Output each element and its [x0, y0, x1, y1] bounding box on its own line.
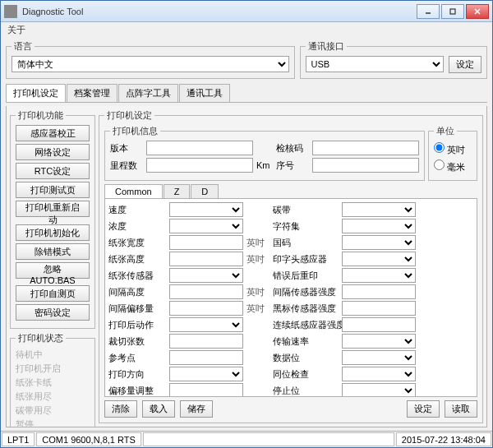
btn-sensor-cal[interactable]: 感应器校正 [16, 125, 90, 141]
input-version[interactable] [146, 141, 253, 155]
status-jam: 纸张卡纸 [16, 376, 90, 390]
sel-density[interactable] [169, 219, 243, 233]
svg-rect-1 [450, 9, 455, 14]
btn-init[interactable]: 打印机初始化 [16, 224, 90, 241]
comm-set-button[interactable]: 设定 [449, 56, 481, 73]
btn-password[interactable]: 密码设定 [16, 304, 90, 321]
btn-ignore-autobas[interactable]: 忽略 AUTO.BAS [16, 262, 90, 279]
sel-databits[interactable] [342, 350, 416, 365]
btn-set[interactable]: 设定 [407, 400, 440, 418]
unit-group: 单位 英吋 毫米 [428, 125, 477, 181]
subtab-z[interactable]: Z [164, 184, 191, 198]
lbl-speed: 速度 [108, 204, 166, 216]
input-serial[interactable] [312, 158, 419, 173]
printer-settings-group: 打印机设定 打印机信息 版本 检核码 里程数 [99, 109, 483, 423]
sel-country[interactable] [342, 235, 416, 250]
menu-about[interactable]: 关于 [7, 25, 25, 35]
lbl-cont-strength: 连续纸感应器强度 [273, 319, 339, 331]
btn-clear[interactable]: 清除 [104, 400, 137, 418]
status-paper-out: 纸张用尽 [16, 390, 90, 404]
sel-head-sensor[interactable] [342, 252, 416, 266]
btn-save[interactable]: 储存 [180, 400, 213, 418]
language-legend: 语言 [12, 40, 35, 53]
inp-ref[interactable] [169, 350, 243, 365]
tab-file-mgmt[interactable]: 档案管理 [67, 84, 117, 102]
radio-inch[interactable] [434, 142, 445, 153]
printer-status-group: 打印机状态 待机中 打印机开启 纸张卡纸 纸张用尽 碳带用尽 暂停 打印中 其它… [10, 332, 95, 427]
statusbar-port1: LPT1 [2, 432, 35, 446]
unit-legend: 单位 [434, 125, 457, 137]
sel-media-sensor[interactable] [169, 268, 243, 283]
btn-debug[interactable]: 除错模式 [16, 243, 90, 260]
btn-test-page[interactable]: 打印测试页 [16, 182, 90, 198]
lbl-ref: 参考点 [108, 352, 166, 364]
sel-direction[interactable] [169, 367, 243, 381]
radio-mm-label[interactable]: 毫米 [434, 158, 472, 175]
lbl-ribbon: 碳带 [273, 204, 339, 216]
sel-charset[interactable] [342, 219, 416, 233]
radio-mm[interactable] [434, 159, 445, 170]
btn-rtc[interactable]: RTC设定 [16, 163, 90, 179]
lbl-charset: 字符集 [273, 220, 339, 233]
lbl-reprint: 错误后重印 [273, 270, 339, 282]
printer-settings-legend: 打印机设定 [104, 109, 154, 122]
inp-gap-strength[interactable] [342, 284, 416, 299]
statusbar-spacer [143, 432, 394, 446]
lbl-databits: 数据位 [273, 352, 339, 364]
status-open: 打印机开启 [16, 362, 90, 376]
language-group: 语言 简体中文 [6, 40, 295, 79]
sel-parity[interactable] [342, 367, 416, 381]
lbl-bline-strength: 黑标传感器强度 [273, 303, 339, 315]
input-mileage[interactable] [146, 158, 253, 173]
window-title: Diagnostic Tool [22, 7, 415, 16]
subtabs: Common Z D [104, 184, 477, 198]
tab-bitmap-font[interactable]: 点阵字工具 [118, 84, 178, 102]
lbl-serial: 序号 [276, 159, 309, 172]
status-ribbon-out: 碳带用尽 [16, 404, 90, 418]
inp-height[interactable] [169, 252, 243, 266]
lbl-stopbit: 停止位 [273, 385, 339, 397]
btn-net-config[interactable]: 网络设定 [16, 144, 90, 160]
lbl-height: 纸张高度 [108, 253, 166, 266]
main-tabs: 打印机设定 档案管理 点阵字工具 通讯工具 [6, 84, 487, 103]
btn-load[interactable]: 载入 [142, 400, 175, 418]
close-button[interactable] [466, 4, 489, 19]
maximize-button[interactable] [441, 4, 464, 19]
subtab-d[interactable]: D [191, 184, 219, 198]
inp-gap-offset[interactable] [169, 301, 243, 316]
subtab-common[interactable]: Common [104, 184, 163, 198]
sel-speed[interactable] [169, 202, 243, 217]
statusbar-time: 2015-07-22 13:48:04 [396, 432, 491, 446]
inp-offset[interactable] [169, 383, 243, 397]
lbl-post-action: 打印后动作 [108, 319, 166, 331]
inp-bline-strength[interactable] [342, 301, 416, 316]
comm-select[interactable]: USB [306, 56, 444, 72]
printer-info-group: 打印机信息 版本 检核码 里程数 Km 序号 [104, 125, 425, 181]
comm-group: 通讯接口 USB 设定 [300, 40, 487, 79]
lbl-gap: 间隔高度 [108, 286, 166, 298]
status-pause: 暂停 [16, 418, 90, 427]
lbl-media-sensor: 纸张传感器 [108, 270, 166, 282]
sel-ribbon[interactable] [342, 202, 416, 217]
lbl-density: 浓度 [108, 220, 166, 233]
inp-width[interactable] [169, 235, 243, 250]
radio-inch-label[interactable]: 英吋 [434, 141, 472, 158]
sel-baud[interactable] [342, 334, 416, 349]
inp-gap[interactable] [169, 284, 243, 299]
inp-cont-strength[interactable] [342, 317, 416, 332]
lbl-head-sensor: 印字头感应器 [273, 253, 339, 266]
btn-restart[interactable]: 打印机重新启动 [16, 201, 90, 217]
lbl-gap-strength: 间隔传感器强度 [273, 286, 339, 298]
sel-stopbit[interactable] [342, 383, 416, 397]
minimize-button[interactable] [417, 4, 440, 19]
input-checksum[interactable] [312, 141, 419, 155]
inp-cut[interactable] [169, 334, 243, 349]
btn-read[interactable]: 读取 [445, 400, 477, 418]
sel-post-action[interactable] [169, 317, 243, 332]
btn-selftest[interactable]: 打印自测页 [16, 285, 90, 302]
menubar: 关于 [1, 22, 492, 37]
tab-printer-settings[interactable]: 打印机设定 [6, 84, 66, 102]
tab-comm-tools[interactable]: 通讯工具 [179, 84, 230, 102]
sel-reprint[interactable] [342, 268, 416, 283]
language-select[interactable]: 简体中文 [12, 56, 289, 72]
